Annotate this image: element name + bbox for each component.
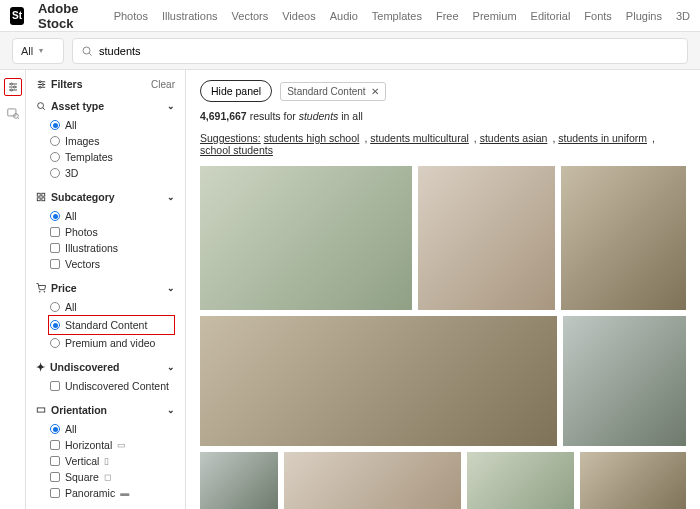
filters-sidebar: Filters Clear Asset type⌄AllImagesTempla… <box>26 70 186 509</box>
checkbox-icon <box>50 381 60 391</box>
checkbox-icon <box>50 227 60 237</box>
filter-option[interactable]: Photos <box>50 224 175 240</box>
svg-point-5 <box>10 83 12 85</box>
checkbox-icon <box>50 259 60 269</box>
chevron-down-icon: ⌄ <box>167 283 175 293</box>
suggestion-link[interactable]: students high school <box>264 132 360 144</box>
filters-rail-icon[interactable] <box>4 78 22 96</box>
filter-option-label: All <box>65 423 77 435</box>
nav-link[interactable]: Illustrations <box>162 10 218 22</box>
filter-option[interactable]: All <box>50 299 175 315</box>
nav-link[interactable]: Editorial <box>531 10 571 22</box>
svg-line-18 <box>43 108 45 110</box>
result-thumb[interactable] <box>580 452 686 509</box>
filter-option[interactable]: All <box>50 208 175 224</box>
filter-option-label: All <box>65 119 77 131</box>
result-thumb[interactable] <box>284 452 460 509</box>
svg-line-1 <box>89 53 91 55</box>
radio-icon <box>50 136 60 146</box>
filter-group-label: Subcategory <box>51 191 115 203</box>
similar-image-rail-icon[interactable] <box>6 106 20 120</box>
nav-link[interactable]: Audio <box>330 10 358 22</box>
suggestion-link[interactable]: school students <box>200 144 273 156</box>
svg-point-14 <box>39 80 41 82</box>
sliders-icon <box>36 79 47 90</box>
filter-option[interactable]: Undiscovered Content <box>50 378 175 394</box>
filter-group-label: Orientation <box>51 404 107 416</box>
nav-link[interactable]: Vectors <box>232 10 269 22</box>
filter-group-label: Asset type <box>51 100 104 112</box>
nav-link[interactable]: Photos <box>114 10 148 22</box>
filter-option-label: Templates <box>65 151 113 163</box>
radio-icon <box>50 320 60 330</box>
cart-icon <box>36 283 46 293</box>
filter-option[interactable]: Illustrations <box>50 240 175 256</box>
nav-link[interactable]: Plugins <box>626 10 662 22</box>
filter-option[interactable]: Images <box>50 133 175 149</box>
result-thumb[interactable] <box>563 316 686 446</box>
filter-group-label: Undiscovered <box>50 361 119 373</box>
radio-icon <box>50 424 60 434</box>
orientation-glyph-icon: ▬ <box>120 488 129 498</box>
filter-option[interactable]: Panoramic▬ <box>50 485 175 501</box>
checkbox-icon <box>50 472 60 482</box>
filter-option[interactable]: Premium and video <box>50 335 175 351</box>
suggestion-link[interactable]: students multicultural <box>370 132 469 144</box>
svg-point-23 <box>39 291 40 292</box>
hide-panel-button[interactable]: Hide panel <box>200 80 272 102</box>
search-scope-select[interactable]: All ▾ <box>12 38 64 64</box>
nav-link[interactable]: 3D <box>676 10 690 22</box>
filter-group-header[interactable]: Orientation⌄ <box>36 404 175 416</box>
filter-option-label: Undiscovered Content <box>65 380 169 392</box>
filter-option[interactable]: All <box>50 421 175 437</box>
filter-group-header[interactable]: Price⌄ <box>36 282 175 294</box>
filter-option[interactable]: Vertical▯ <box>50 453 175 469</box>
svg-rect-19 <box>37 193 40 196</box>
checkbox-icon <box>50 440 60 450</box>
search-input[interactable] <box>99 45 679 57</box>
filter-option[interactable]: Vectors <box>50 256 175 272</box>
search-input-wrap[interactable] <box>72 38 688 64</box>
checkbox-icon <box>50 488 60 498</box>
chevron-down-icon: ⌄ <box>167 101 175 111</box>
nav-link[interactable]: Premium <box>473 10 517 22</box>
filter-option[interactable]: Square◻ <box>50 469 175 485</box>
filter-group-header[interactable]: ✦Undiscovered⌄ <box>36 361 175 373</box>
filter-option-label: Vectors <box>65 258 100 270</box>
filter-option[interactable]: All <box>50 117 175 133</box>
active-filter-chip[interactable]: Standard Content ✕ <box>280 82 385 101</box>
logo-text: Adobe Stock <box>38 1 100 31</box>
filter-group-header[interactable]: Asset type⌄ <box>36 100 175 112</box>
nav-link[interactable]: Videos <box>282 10 315 22</box>
filter-option[interactable]: Templates <box>50 149 175 165</box>
search-bar: All ▾ <box>0 32 700 70</box>
result-thumb[interactable] <box>467 452 575 509</box>
filter-option[interactable]: Standard Content <box>50 317 149 333</box>
nav-link[interactable]: Fonts <box>584 10 612 22</box>
result-thumb[interactable] <box>561 166 686 310</box>
radio-icon <box>50 302 60 312</box>
suggestions: Suggestions: students high school, stude… <box>200 132 686 156</box>
nav-link[interactable]: Free <box>436 10 459 22</box>
suggestion-link[interactable]: students in uniform <box>558 132 647 144</box>
filter-option-label: Illustrations <box>65 242 118 254</box>
chip-label: Standard Content <box>287 86 365 97</box>
nav-link[interactable]: Templates <box>372 10 422 22</box>
filter-option[interactable]: Horizontal▭ <box>50 437 175 453</box>
orientation-glyph-icon: ◻ <box>104 472 111 482</box>
svg-point-0 <box>83 47 90 54</box>
svg-rect-20 <box>42 193 45 196</box>
result-thumb[interactable] <box>200 166 412 310</box>
filter-option[interactable]: 3D <box>50 165 175 181</box>
suggestion-link[interactable]: students asian <box>480 132 548 144</box>
svg-rect-21 <box>37 198 40 201</box>
filter-group-label: Price <box>51 282 77 294</box>
close-icon[interactable]: ✕ <box>371 86 379 97</box>
filter-group-header[interactable]: Subcategory⌄ <box>36 191 175 203</box>
left-rail <box>0 70 26 509</box>
result-thumb[interactable] <box>418 166 555 310</box>
result-thumb[interactable] <box>200 316 557 446</box>
filter-option-label: Standard Content <box>65 319 147 331</box>
clear-filters[interactable]: Clear <box>151 79 175 90</box>
result-thumb[interactable] <box>200 452 278 509</box>
